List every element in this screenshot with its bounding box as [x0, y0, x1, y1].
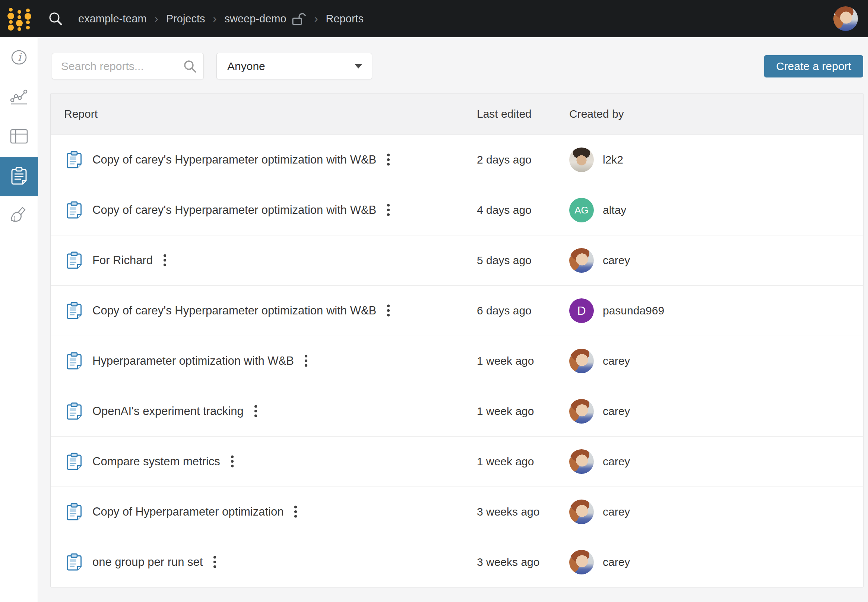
- report-title-link[interactable]: Copy of carey's Hyperparameter optimizat…: [92, 304, 376, 317]
- table-row: For Richard 5 days ago carey: [51, 235, 863, 286]
- creator-avatar[interactable]: [569, 550, 594, 574]
- creator-name: pasunda969: [603, 304, 664, 317]
- user-avatar[interactable]: [833, 6, 858, 31]
- breadcrumb: example-team › Projects › sweep-demo › R…: [78, 11, 364, 26]
- create-report-button[interactable]: Create a report: [764, 55, 863, 77]
- kebab-menu-icon[interactable]: [211, 554, 219, 570]
- report-title-link[interactable]: Copy of carey's Hyperparameter optimizat…: [92, 153, 376, 166]
- creator-name: carey: [603, 405, 630, 418]
- report-title-link[interactable]: For Richard: [92, 254, 153, 267]
- table-row: OpenAI's experiment tracking 1 week ago …: [51, 386, 863, 436]
- report-clipboard-icon: [66, 301, 82, 320]
- last-edited-value: 5 days ago: [477, 254, 569, 267]
- table-row: Compare system metrics 1 week ago carey: [51, 436, 863, 487]
- creator-avatar[interactable]: [569, 449, 594, 474]
- creator-name: carey: [603, 556, 630, 568]
- report-title-link[interactable]: Copy of carey's Hyperparameter optimizat…: [92, 203, 376, 217]
- breadcrumb-projects[interactable]: Projects: [166, 13, 205, 25]
- table-icon: [10, 129, 28, 146]
- search-icon[interactable]: [48, 11, 63, 26]
- kebab-menu-icon[interactable]: [384, 303, 392, 319]
- reports-clipboard-icon: [11, 166, 27, 187]
- creator-avatar[interactable]: [569, 399, 594, 424]
- kebab-menu-icon[interactable]: [384, 202, 392, 218]
- last-edited-value: 6 days ago: [477, 304, 569, 317]
- table-row: one group per run set 3 weeks ago carey: [51, 537, 863, 587]
- kebab-menu-icon[interactable]: [228, 453, 236, 470]
- kebab-menu-icon[interactable]: [384, 152, 392, 168]
- creator-name: carey: [603, 254, 630, 267]
- reports-table: Report Last edited Created by Copy of ca…: [50, 93, 863, 587]
- left-sidebar: i: [0, 37, 38, 602]
- unlocked-icon: [292, 13, 307, 26]
- report-title-link[interactable]: OpenAI's experiment tracking: [92, 405, 244, 418]
- report-clipboard-icon: [66, 452, 82, 471]
- report-title-link[interactable]: Copy of Hyperparameter optimization: [92, 505, 284, 519]
- creator-avatar[interactable]: [569, 499, 594, 524]
- breadcrumb-separator: ›: [314, 12, 318, 25]
- kebab-menu-icon[interactable]: [252, 403, 260, 419]
- column-header-last-edited: Last edited: [477, 108, 569, 120]
- svg-text:i: i: [17, 51, 22, 64]
- wandb-dots-logo[interactable]: [0, 0, 39, 37]
- info-icon: i: [11, 49, 28, 68]
- sidebar-item-charts[interactable]: [0, 78, 38, 117]
- creator-name: l2k2: [603, 154, 623, 166]
- kebab-menu-icon[interactable]: [292, 504, 300, 520]
- table-row: Copy of Hyperparameter optimization 3 we…: [51, 487, 863, 537]
- creator-name: altay: [603, 204, 626, 217]
- creator-filter-value: Anyone: [227, 60, 265, 73]
- controls-row: Anyone Create a report: [38, 37, 868, 79]
- report-title-link[interactable]: Hyperparameter optimization with W&B: [92, 354, 294, 368]
- table-row: Copy of carey's Hyperparameter optimizat…: [51, 185, 863, 235]
- table-row: Hyperparameter optimization with W&B 1 w…: [51, 336, 863, 386]
- breadcrumb-separator: ›: [213, 12, 217, 25]
- line-chart-icon: [10, 88, 28, 107]
- last-edited-value: 2 days ago: [477, 154, 569, 166]
- last-edited-value: 1 week ago: [477, 405, 569, 418]
- report-clipboard-icon: [66, 402, 82, 421]
- search-reports-input[interactable]: [52, 53, 204, 79]
- creator-avatar[interactable]: AG: [569, 198, 594, 223]
- last-edited-value: 3 weeks ago: [477, 556, 569, 568]
- creator-name: carey: [603, 505, 630, 518]
- last-edited-value: 1 week ago: [477, 455, 569, 468]
- chevron-down-icon: [355, 64, 362, 69]
- creator-name: carey: [603, 455, 630, 468]
- table-row: Copy of carey's Hyperparameter optimizat…: [51, 286, 863, 336]
- kebab-menu-icon[interactable]: [161, 252, 169, 269]
- report-clipboard-icon: [66, 201, 82, 220]
- kebab-menu-icon[interactable]: [302, 353, 310, 369]
- breadcrumb-page[interactable]: Reports: [326, 13, 364, 25]
- main-content: Anyone Create a report Report Last edite…: [38, 37, 868, 602]
- report-clipboard-icon: [66, 251, 82, 270]
- column-header-created-by: Created by: [569, 108, 863, 120]
- last-edited-value: 4 days ago: [477, 204, 569, 217]
- creator-avatar[interactable]: [569, 349, 594, 373]
- sweeps-broom-icon: [10, 206, 28, 226]
- report-title-link[interactable]: one group per run set: [92, 556, 203, 569]
- sidebar-item-table[interactable]: [0, 117, 38, 157]
- creator-avatar[interactable]: D: [569, 298, 594, 323]
- table-row: Copy of carey's Hyperparameter optimizat…: [51, 135, 863, 185]
- sidebar-item-overview[interactable]: i: [0, 38, 38, 78]
- top-bar: example-team › Projects › sweep-demo › R…: [0, 0, 868, 37]
- column-header-report: Report: [64, 108, 477, 120]
- creator-avatar[interactable]: [569, 147, 594, 172]
- breadcrumb-separator: ›: [155, 12, 158, 25]
- creator-name: carey: [603, 355, 630, 367]
- search-reports-box: [52, 53, 204, 79]
- creator-avatar[interactable]: [569, 248, 594, 273]
- table-body: Copy of carey's Hyperparameter optimizat…: [51, 135, 863, 587]
- last-edited-value: 1 week ago: [477, 355, 569, 367]
- sidebar-item-reports[interactable]: [0, 157, 38, 196]
- report-title-link[interactable]: Compare system metrics: [92, 455, 220, 468]
- creator-filter-dropdown[interactable]: Anyone: [217, 53, 372, 79]
- sidebar-item-sweeps[interactable]: [0, 196, 38, 236]
- breadcrumb-project[interactable]: sweep-demo: [224, 13, 286, 25]
- table-header-row: Report Last edited Created by: [51, 94, 863, 135]
- report-clipboard-icon: [66, 150, 82, 169]
- breadcrumb-team[interactable]: example-team: [78, 13, 147, 25]
- search-icon: [183, 59, 197, 75]
- report-clipboard-icon: [66, 502, 82, 521]
